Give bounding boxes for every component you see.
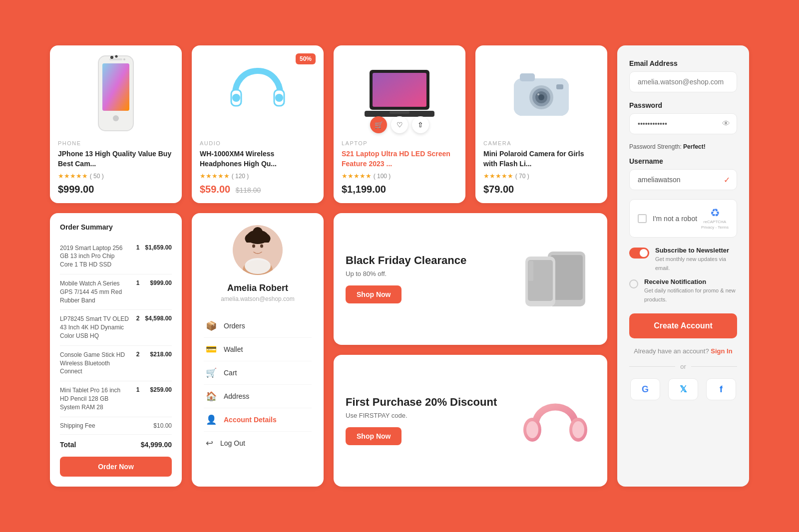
profile-email: amelia.watson@eshop.com	[221, 295, 295, 302]
svg-point-7	[111, 57, 113, 58]
headphones-image	[225, 61, 290, 126]
order-item: Console Game Stick HD Wireless Bluetooth…	[60, 346, 172, 381]
product-category: PHONE	[58, 140, 174, 146]
promo-subtext: Up to 80% off.	[346, 270, 466, 277]
product-rating: ★★★★★ ( 120 )	[200, 172, 316, 180]
promo-heading: Black Friday Clearance	[346, 254, 466, 267]
captcha-checkbox[interactable]	[638, 214, 647, 223]
orders-icon: 📦	[206, 320, 217, 331]
product-price: $999.00	[58, 184, 174, 195]
logout-icon: ↩	[206, 438, 213, 449]
username-label: Username	[629, 157, 737, 165]
promo-card-first-purchase: First Purchase 20% Discount Use FIRSTPAY…	[334, 355, 607, 487]
product-title: WH-1000XM4 Wireless Headphones High Qu..…	[200, 149, 316, 169]
menu-item-orders[interactable]: 📦 Orders	[204, 314, 312, 338]
avatar	[233, 225, 283, 275]
notify-row: Receive Notification Get daily notificat…	[629, 278, 737, 303]
svg-rect-39	[528, 261, 533, 281]
svg-rect-15	[373, 73, 426, 107]
captcha-box[interactable]: I'm not a robot ♻ reCAPTCHAPrivacy - Ter…	[629, 199, 737, 238]
cart-icon[interactable]: 🛒	[370, 116, 387, 133]
wallet-icon: 💳	[206, 344, 217, 355]
product-actions: 🛒 ♡ ⇧	[370, 116, 429, 133]
svg-rect-17	[390, 111, 409, 114]
svg-rect-2	[102, 63, 129, 111]
signin-link[interactable]: Sign In	[711, 347, 732, 355]
profile-menu: 📦 Orders 💳 Wallet 🛒 Cart 🏠 Address 👤 Acc…	[204, 314, 312, 455]
promo-text-black-friday: Black Friday Clearance Up to 80% off. Sh…	[346, 254, 466, 303]
wishlist-icon[interactable]: ♡	[391, 116, 408, 133]
product-title: JPhone 13 High Quality Value Buy Best Ca…	[58, 149, 174, 169]
shop-now-button-first-purchase[interactable]: Shop Now	[346, 427, 401, 445]
menu-item-address[interactable]: 🏠 Address	[204, 385, 312, 408]
product-category: LAPTOP	[342, 140, 457, 146]
recaptcha-info: reCAPTCHAPrivacy - Terms	[701, 220, 729, 230]
order-item: Mobile Watch A Series GPS 7/144 45 mm Re…	[60, 274, 172, 310]
svg-point-33	[252, 244, 255, 248]
order-item: Mini Tablet Pro 16 inch HD Pencil 128 GB…	[60, 381, 172, 417]
product-rating: ★★★★★ ( 50 )	[58, 172, 174, 180]
menu-item-account-details[interactable]: 👤 Account Details	[204, 408, 312, 432]
create-account-button[interactable]: Create Account	[629, 313, 737, 338]
discount-badge: 50%	[296, 53, 316, 64]
menu-item-logout[interactable]: ↩ Log Out	[204, 432, 312, 455]
product-category: CAMERA	[483, 140, 599, 146]
subscribe-row: Subscribe to Newsletter Get monthly new …	[629, 247, 737, 272]
share-icon[interactable]: ⇧	[412, 116, 429, 133]
camera-image	[509, 63, 574, 123]
subscribe-sub: Get monthly new updates via email.	[655, 256, 726, 271]
order-summary-title: Order Summary	[60, 223, 172, 231]
notify-radio[interactable]	[629, 279, 638, 288]
promo-heading: First Purchase 20% Discount	[346, 396, 497, 409]
password-label: Password	[629, 101, 737, 109]
username-input[interactable]	[629, 169, 737, 190]
svg-point-13	[275, 94, 283, 102]
email-input[interactable]	[629, 71, 737, 92]
wallet-label: Wallet	[224, 345, 243, 353]
twitter-login-button[interactable]: 𝕏	[668, 378, 698, 400]
promo-image-phones	[515, 249, 595, 309]
svg-point-32	[253, 227, 263, 237]
product-card-headphones: 50% AUDIO WH-1000XM4 Wireless Headphones…	[192, 45, 324, 203]
promo-card-black-friday: Black Friday Clearance Up to 80% off. Sh…	[334, 213, 607, 345]
promo-image-headphones	[515, 391, 595, 451]
product-title-link[interactable]: S21 Laptop Ultra HD LED Screen Feature 2…	[342, 149, 457, 169]
cart-menu-icon: 🛒	[206, 367, 217, 378]
menu-item-cart[interactable]: 🛒 Cart	[204, 361, 312, 385]
shop-now-button-black-friday[interactable]: Shop Now	[346, 285, 401, 303]
subscribe-toggle[interactable]	[629, 248, 649, 259]
facebook-login-button[interactable]: f	[706, 378, 736, 400]
product-sale-price: $59.00	[200, 184, 230, 195]
notify-label: Receive Notification	[644, 278, 737, 285]
account-details-label: Account Details	[224, 416, 277, 424]
google-login-button[interactable]: G	[630, 378, 660, 400]
cart-label: Cart	[224, 369, 237, 377]
svg-point-5	[123, 58, 125, 60]
svg-point-12	[232, 94, 240, 102]
social-row: G 𝕏 f	[629, 378, 737, 400]
product-title: Mini Polaroid Camera for Girls with Flas…	[483, 149, 599, 169]
svg-point-43	[572, 421, 584, 438]
total-row: Total $4,999.00	[60, 435, 172, 457]
password-field-wrap: 👁	[629, 113, 737, 134]
product-card-laptop: 🛒 ♡ ⇧ LAPTOP S21 Laptop Ultra HD LED Scr…	[334, 45, 465, 203]
product-image-camera	[483, 53, 599, 133]
product-price: $1,199.00	[342, 184, 457, 195]
divider: or	[629, 363, 737, 370]
svg-point-3	[113, 115, 119, 121]
order-item: LP78245 Smart TV OLED 43 Inch 4K HD Dyna…	[60, 310, 172, 345]
order-summary-card: Order Summary 2019 Smart Laptop 256 GB 1…	[50, 213, 182, 487]
svg-point-29	[245, 258, 271, 274]
product-category: AUDIO	[200, 140, 316, 146]
product-original-price: $118.00	[236, 186, 261, 194]
password-input[interactable]	[629, 113, 737, 134]
eye-icon[interactable]: 👁	[722, 119, 730, 128]
shipping-row: Shipping Fee $10.00	[60, 417, 172, 435]
account-panel: Email Address Password 👁 Password Streng…	[617, 45, 749, 486]
promo-subtext: Use FIRSTPAY code.	[346, 412, 497, 419]
notify-sub: Get daily notification for promo & new p…	[644, 287, 736, 302]
menu-item-wallet[interactable]: 💳 Wallet	[204, 338, 312, 361]
recaptcha-logo: ♻	[701, 207, 729, 220]
order-now-button[interactable]: Order Now	[60, 457, 172, 477]
product-rating: ★★★★★ ( 70 )	[483, 172, 599, 180]
